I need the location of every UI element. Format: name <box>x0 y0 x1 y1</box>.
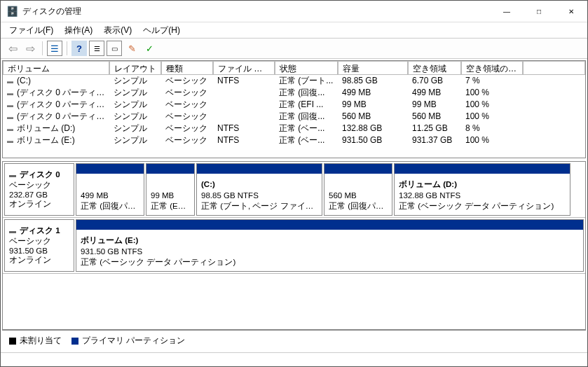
cell-freepct: 7 % <box>461 75 523 87</box>
toolbar-separator <box>67 41 67 55</box>
partition[interactable]: 499 MB正常 (回復パーティ <box>76 163 144 216</box>
partition-label: (C:)98.85 GB NTFS正常 (ブート, ページ ファイル, クラッシ <box>197 174 322 214</box>
partition[interactable]: 99 MB正常 (EFI シ <box>146 163 195 216</box>
partition-stripe <box>76 164 144 174</box>
forward-button: ⇨ <box>22 41 38 56</box>
cell-free: 560 MB <box>408 111 461 123</box>
volume-list[interactable]: ボリューム レイアウト 種類 ファイル システム 状態 容量 空き領域 空き領域… <box>2 60 586 158</box>
partition[interactable]: ボリューム (D:)132.88 GB NTFS正常 (ベーシック データ パー… <box>394 163 570 216</box>
col-capacity[interactable]: 容量 <box>338 61 408 75</box>
maximize-button[interactable]: □ <box>523 1 555 22</box>
volume-row[interactable]: (ディスク 0 パーティシ...シンプルベーシック正常 (回復...499 MB… <box>3 87 585 99</box>
cell-name: ボリューム (D:) <box>3 123 109 134</box>
partition-stripe <box>76 220 583 230</box>
toolbar: ⇦ ⇨ ☰ ? ☰ ▭ ✎ ✓ <box>1 38 587 59</box>
disk-graphical-panel[interactable]: ディスク 0ベーシック232.87 GBオンライン499 MB正常 (回復パーテ… <box>2 161 586 330</box>
cell-type: ベーシック <box>161 123 213 134</box>
cell-name: (ディスク 0 パーティシ... <box>3 111 109 123</box>
volume-row[interactable]: ボリューム (D:)シンプルベーシックNTFS正常 (ベー...132.88 G… <box>3 123 585 134</box>
cell-type: ベーシック <box>161 99 213 111</box>
cell-status: 正常 (ベー... <box>275 134 338 146</box>
help-button[interactable]: ? <box>71 41 87 56</box>
col-free[interactable]: 空き領域 <box>408 61 461 75</box>
menu-file[interactable]: ファイル(F) <box>5 24 57 37</box>
partition[interactable]: ボリューム (E:)931.50 GB NTFS正常 (ベーシック データ パー… <box>76 219 584 272</box>
cell-layout: シンプル <box>109 99 161 111</box>
partition-label: 499 MB正常 (回復パーティ <box>76 174 144 214</box>
cell-layout: シンプル <box>109 75 161 87</box>
partition-stripe <box>146 164 194 174</box>
col-volume[interactable]: ボリューム <box>3 61 109 75</box>
disk-info[interactable]: ディスク 0ベーシック232.87 GBオンライン <box>4 163 74 216</box>
legend-primary: プライマリ パーティション <box>71 335 185 347</box>
cell-name: (C:) <box>3 75 109 87</box>
cell-free: 6.70 GB <box>408 75 461 87</box>
col-layout[interactable]: レイアウト <box>109 61 161 75</box>
menubar: ファイル(F) 操作(A) 表示(V) ヘルプ(H) <box>1 22 587 38</box>
cell-free: 99 MB <box>408 99 461 111</box>
disk-partitions: ボリューム (E:)931.50 GB NTFS正常 (ベーシック データ パー… <box>76 218 585 273</box>
col-type[interactable]: 種類 <box>161 61 213 75</box>
toolbar-separator <box>42 41 43 55</box>
view-bottom-button[interactable]: ▭ <box>107 41 122 56</box>
col-status[interactable]: 状態 <box>275 61 338 75</box>
volume-row[interactable]: (C:)シンプルベーシックNTFS正常 (ブート...98.85 GB6.70 … <box>3 75 585 87</box>
menu-action[interactable]: 操作(A) <box>60 24 97 37</box>
close-button[interactable]: ✕ <box>555 1 587 22</box>
disk-partitions: 499 MB正常 (回復パーティ99 MB正常 (EFI シ(C:)98.85 … <box>76 162 585 217</box>
cell-freepct: 8 % <box>461 123 523 134</box>
partition-stripe <box>197 164 322 174</box>
minimize-button[interactable]: — <box>491 1 523 22</box>
app-icon: 🗄️ <box>6 6 18 17</box>
disk-info[interactable]: ディスク 1ベーシック931.50 GBオンライン <box>4 219 74 272</box>
cell-layout: シンプル <box>109 87 161 99</box>
cell-layout: シンプル <box>109 123 161 134</box>
cell-layout: シンプル <box>109 111 161 123</box>
cell-fs: NTFS <box>213 123 275 134</box>
disk-row: ディスク 1ベーシック931.50 GBオンラインボリューム (E:)931.5… <box>3 218 585 274</box>
cell-name: (ディスク 0 パーティシ... <box>3 99 109 111</box>
back-button: ⇦ <box>5 41 20 56</box>
cell-capacity: 132.88 GB <box>338 123 408 134</box>
menu-view[interactable]: 表示(V) <box>100 24 136 37</box>
volume-row[interactable]: ボリューム (E:)シンプルベーシックNTFS正常 (ベー...931.50 G… <box>3 134 585 146</box>
partition[interactable]: 560 MB正常 (回復パーティ <box>324 163 392 216</box>
col-spacer <box>523 61 585 75</box>
cell-freepct: 100 % <box>461 134 523 146</box>
column-headers: ボリューム レイアウト 種類 ファイル システム 状態 容量 空き領域 空き領域… <box>3 61 585 75</box>
col-freepct[interactable]: 空き領域の割... <box>461 61 523 75</box>
volume-row[interactable]: (ディスク 0 パーティシ...シンプルベーシック正常 (EFI ...99 M… <box>3 99 585 111</box>
partition-label: ボリューム (E:)931.50 GB NTFS正常 (ベーシック データ パー… <box>76 230 583 270</box>
titlebar: 🗄️ ディスクの管理 — □ ✕ <box>1 1 587 22</box>
partition-label: ボリューム (D:)132.88 GB NTFS正常 (ベーシック データ パー… <box>395 174 570 214</box>
content-area: ボリューム レイアウト 種類 ファイル システム 状態 容量 空き領域 空き領域… <box>1 59 587 352</box>
partition-label: 99 MB正常 (EFI シ <box>146 174 194 214</box>
cell-fs <box>213 99 275 111</box>
cell-free: 11.25 GB <box>408 123 461 134</box>
statusbar <box>1 352 587 366</box>
volume-row[interactable]: (ディスク 0 パーティシ...シンプルベーシック正常 (回復...560 MB… <box>3 111 585 123</box>
cell-freepct: 100 % <box>461 99 523 111</box>
cell-type: ベーシック <box>161 111 213 123</box>
cell-status: 正常 (ベー... <box>275 123 338 134</box>
disk-row: ディスク 0ベーシック232.87 GBオンライン499 MB正常 (回復パーテ… <box>3 162 585 218</box>
window-title: ディスクの管理 <box>22 6 491 18</box>
view-top-button[interactable]: ☰ <box>89 41 104 56</box>
menu-help[interactable]: ヘルプ(H) <box>139 24 184 37</box>
partition-stripe <box>395 164 570 174</box>
col-fs[interactable]: ファイル システム <box>213 61 275 75</box>
unallocated-swatch <box>9 338 16 345</box>
show-hide-tree-button[interactable]: ☰ <box>47 41 62 56</box>
cell-capacity: 499 MB <box>338 87 408 99</box>
partition-label: 560 MB正常 (回復パーティ <box>324 174 392 214</box>
partition[interactable]: (C:)98.85 GB NTFS正常 (ブート, ページ ファイル, クラッシ <box>196 163 322 216</box>
legend-unallocated: 未割り当て <box>9 335 62 347</box>
cell-freepct: 100 % <box>461 87 523 99</box>
legend: 未割り当て プライマリ パーティション <box>2 330 586 351</box>
partition-stripe <box>324 164 392 174</box>
cell-status: 正常 (回復... <box>275 87 338 99</box>
volume-rows: (C:)シンプルベーシックNTFS正常 (ブート...98.85 GB6.70 … <box>3 75 585 146</box>
settings-button[interactable]: ✎ <box>124 41 139 56</box>
cell-fs <box>213 111 275 123</box>
refresh-button[interactable]: ✓ <box>142 41 157 56</box>
